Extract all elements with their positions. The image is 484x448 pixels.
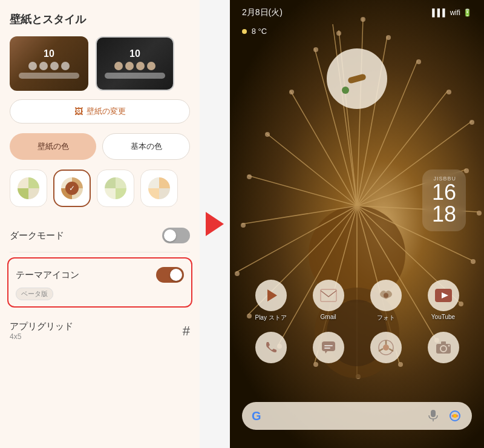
preview-icons-row-2 — [114, 62, 155, 70]
theme-icon-toggle-thumb — [170, 269, 182, 281]
app-chrome[interactable] — [370, 332, 402, 366]
apps-row-2 — [242, 332, 472, 366]
clock-widget: JISBBU 16 18 — [422, 170, 466, 231]
svg-point-28 — [446, 90, 451, 94]
circle-widget — [327, 48, 387, 109]
color-buttons: 壁紙の色 基本の色 — [10, 133, 190, 160]
theme-icon-label: テーマアイコン — [16, 269, 79, 281]
svg-rect-49 — [321, 289, 336, 301]
svg-point-31 — [477, 211, 482, 216]
left-panel: 壁紙とスタイル 10 10 — [0, 0, 200, 448]
phone-screen: 2月8日(火) ▌▌▌ wifi 🔋 8 °C JISBBU 16 18 — [230, 0, 484, 448]
svg-point-42 — [247, 174, 252, 179]
youtube-label: YouTube — [431, 314, 455, 320]
app-messages[interactable] — [313, 332, 344, 366]
app-grid-sublabel: 4x5 — [10, 332, 73, 341]
svg-point-40 — [235, 271, 240, 276]
svg-point-58 — [383, 344, 389, 351]
svg-point-29 — [469, 120, 474, 125]
preview-time-2: 10 — [129, 48, 140, 59]
page-title: 壁紙とスタイル — [10, 12, 190, 27]
svg-point-26 — [386, 35, 391, 40]
wallpaper-preview-1[interactable]: 10 — [10, 36, 88, 91]
svg-line-20 — [266, 133, 357, 206]
svg-point-43 — [265, 132, 270, 137]
app-grid-label: アプリグリッド — [10, 321, 73, 332]
phone-search-bar[interactable]: G — [242, 402, 472, 430]
swatch-4[interactable] — [140, 170, 178, 207]
google-g-letter: G — [252, 409, 261, 423]
theme-icon-toggle[interactable] — [156, 267, 184, 283]
battery-icon: 🔋 — [463, 8, 472, 17]
beta-badge: ベータ版 — [16, 288, 53, 300]
svg-rect-55 — [324, 345, 333, 346]
preview-search-bar-2 — [105, 73, 165, 79]
svg-rect-56 — [324, 348, 330, 349]
preview-time-1: 10 — [44, 48, 54, 59]
swatch-2[interactable]: ✓ — [53, 170, 91, 207]
app-grid-section[interactable]: アプリグリッド 4x5 # — [10, 312, 190, 349]
svg-point-30 — [464, 168, 469, 173]
messages-icon — [313, 332, 344, 363]
chrome-icon — [370, 332, 402, 363]
preview-icons-row-1 — [28, 62, 70, 70]
theme-icon-section: テーマアイコン ベータ版 — [7, 257, 192, 308]
swatch-1[interactable] — [10, 170, 47, 207]
grid-icon: # — [183, 323, 190, 339]
apps-row-1: Play ストア Gmail フォト — [242, 280, 472, 322]
svg-point-45 — [313, 47, 318, 52]
status-right: ▌▌▌ wifi 🔋 — [432, 8, 472, 17]
svg-point-65 — [448, 345, 450, 347]
change-wallpaper-icon: 🖼 — [74, 107, 83, 116]
status-date: 2月8日(火) — [242, 7, 283, 18]
app-grid-label-group: アプリグリッド 4x5 — [10, 321, 73, 341]
change-wallpaper-button[interactable]: 🖼 壁紙の変更 — [10, 99, 190, 124]
youtube-icon — [428, 280, 459, 311]
play-store-label: Play ストア — [255, 314, 286, 322]
app-gmail[interactable]: Gmail — [313, 280, 344, 322]
weather-widget: 8 °C — [242, 27, 267, 36]
arrow-right-icon — [206, 212, 224, 236]
circle-inner — [347, 73, 367, 84]
signal-icon: ▌▌▌ — [432, 8, 448, 17]
app-play-store[interactable]: Play ストア — [255, 280, 286, 322]
svg-point-50 — [384, 293, 388, 298]
status-bar: 2月8日(火) ▌▌▌ wifi 🔋 — [230, 7, 484, 18]
svg-point-24 — [336, 31, 341, 36]
change-wallpaper-label: 壁紙の変更 — [87, 106, 126, 117]
wallpaper-color-button[interactable]: 壁紙の色 — [10, 133, 96, 160]
phone-icon — [255, 332, 287, 363]
clock-hour: 16 — [432, 182, 456, 203]
dark-mode-row: ダークモード — [10, 219, 190, 252]
svg-point-32 — [471, 259, 476, 264]
weather-dot — [242, 29, 247, 34]
preview-search-bar-1 — [19, 73, 79, 79]
wifi-icon: wifi — [450, 8, 460, 17]
svg-line-19 — [248, 176, 357, 206]
lens-search-icon[interactable] — [448, 409, 462, 423]
app-photos[interactable]: フォト — [370, 280, 402, 322]
app-youtube[interactable]: YouTube — [428, 280, 459, 322]
photos-label: フォト — [377, 314, 395, 322]
wallpaper-preview-2[interactable]: 10 — [96, 36, 174, 91]
arrow-section — [200, 0, 230, 448]
basic-color-button[interactable]: 基本の色 — [102, 133, 190, 160]
swatch-check: ✓ — [65, 182, 79, 195]
swatch-3[interactable] — [97, 170, 134, 207]
svg-point-27 — [416, 59, 421, 64]
gmail-label: Gmail — [321, 314, 336, 320]
search-icons — [426, 409, 462, 423]
app-camera[interactable] — [428, 332, 459, 366]
svg-point-44 — [289, 90, 294, 94]
clock-minute: 18 — [432, 203, 456, 225]
gmail-icon — [313, 280, 344, 311]
dark-mode-toggle[interactable] — [162, 228, 190, 243]
voice-search-icon[interactable] — [426, 409, 440, 423]
svg-rect-64 — [441, 341, 446, 344]
wallpaper-previews: 10 10 — [10, 36, 190, 91]
color-swatches: ✓ — [10, 170, 190, 207]
app-phone[interactable] — [255, 332, 287, 366]
play-store-icon — [255, 280, 287, 311]
dark-mode-toggle-thumb — [164, 229, 176, 242]
dark-mode-label: ダークモード — [10, 230, 64, 242]
